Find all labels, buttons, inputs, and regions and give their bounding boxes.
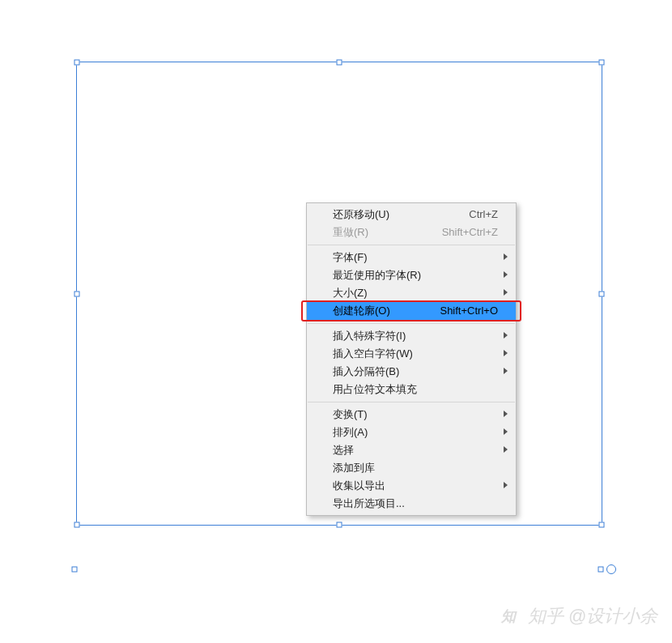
- watermark-author-text: @设计小余: [568, 604, 657, 628]
- menu-item-label: 导出所选项目...: [333, 497, 405, 509]
- menu-item-undo[interactable]: 还原移动(U)Ctrl+Z: [307, 206, 516, 224]
- menu-item-label: 创建轮廓(O): [333, 304, 390, 317]
- submenu-arrow-icon: [504, 482, 508, 488]
- submenu-arrow-icon: [504, 289, 508, 296]
- menu-item-label: 插入空白字符(W): [333, 347, 413, 360]
- submenu-arrow-icon: [504, 428, 508, 435]
- menu-item-label: 重做(R): [333, 226, 368, 238]
- selection-handle-top-right[interactable]: [599, 60, 605, 66]
- menu-item-label: 选择: [333, 444, 354, 456]
- menu-separator: [308, 323, 515, 324]
- stage: 还原移动(U)Ctrl+Z重做(R)Shift+Ctrl+Z字体(F)最近使用的…: [0, 0, 672, 643]
- menu-item-export-sel[interactable]: 导出所选项目...: [307, 495, 516, 513]
- menu-item-label: 最近使用的字体(R): [333, 269, 421, 281]
- submenu-arrow-icon: [504, 253, 508, 260]
- menu-item-label: 用占位符文本填充: [333, 383, 417, 395]
- menu-item-ins-break[interactable]: 插入分隔符(B): [307, 363, 516, 381]
- menu-item-transform[interactable]: 变换(T): [307, 406, 516, 424]
- menu-item-arrange[interactable]: 排列(A): [307, 424, 516, 441]
- menu-separator: [308, 245, 515, 245]
- text-frame-handle-right[interactable]: [598, 567, 604, 573]
- menu-item-placeholder[interactable]: 用占位符文本填充: [307, 381, 516, 398]
- menu-item-shortcut: Ctrl+Z: [469, 206, 498, 224]
- menu-item-label: 插入特殊字符(I): [333, 330, 406, 342]
- text-frame-handle-left[interactable]: [72, 567, 78, 573]
- menu-item-size[interactable]: 大小(Z): [307, 284, 516, 302]
- submenu-arrow-icon: [504, 332, 508, 339]
- menu-item-label: 大小(Z): [333, 287, 368, 299]
- submenu-arrow-icon: [504, 368, 508, 374]
- submenu-arrow-icon: [504, 446, 508, 453]
- selection-handle-bottom-middle[interactable]: [337, 522, 342, 528]
- menu-item-shortcut: Shift+Ctrl+O: [440, 302, 498, 320]
- menu-item-collect[interactable]: 收集以导出: [307, 477, 516, 495]
- svg-text:知: 知: [500, 608, 517, 624]
- submenu-arrow-icon: [504, 271, 508, 278]
- menu-item-redo: 重做(R)Shift+Ctrl+Z: [307, 224, 516, 241]
- text-frame-outport-icon[interactable]: [606, 564, 616, 574]
- menu-item-font[interactable]: 字体(F): [307, 249, 516, 266]
- selection-handle-middle-left[interactable]: [74, 291, 80, 296]
- menu-item-label: 收集以导出: [333, 479, 385, 492]
- selection-handle-bottom-right[interactable]: [599, 522, 605, 528]
- context-menu: 还原移动(U)Ctrl+Z重做(R)Shift+Ctrl+Z字体(F)最近使用的…: [306, 202, 517, 516]
- menu-item-add-lib[interactable]: 添加到库: [307, 459, 516, 477]
- menu-item-outlines[interactable]: 创建轮廓(O)Shift+Ctrl+O: [307, 302, 516, 320]
- selection-handle-bottom-left[interactable]: [74, 522, 80, 528]
- menu-item-label: 插入分隔符(B): [333, 365, 399, 377]
- menu-item-ins-special[interactable]: 插入特殊字符(I): [307, 327, 516, 345]
- menu-item-select[interactable]: 选择: [307, 441, 516, 459]
- menu-item-label: 还原移动(U): [333, 208, 389, 220]
- menu-item-label: 字体(F): [333, 251, 368, 263]
- submenu-arrow-icon: [504, 350, 508, 356]
- selection-handle-top-left[interactable]: [74, 60, 80, 66]
- zhihu-logo-icon: 知: [499, 604, 523, 628]
- menu-item-shortcut: Shift+Ctrl+Z: [442, 224, 498, 241]
- menu-item-ins-white[interactable]: 插入空白字符(W): [307, 345, 516, 363]
- menu-item-recent-font[interactable]: 最近使用的字体(R): [307, 266, 516, 284]
- menu-item-label: 变换(T): [333, 408, 368, 420]
- menu-separator: [308, 402, 515, 402]
- menu-item-label: 排列(A): [333, 426, 368, 438]
- selection-handle-top-middle[interactable]: [337, 60, 342, 66]
- submenu-arrow-icon: [504, 411, 508, 417]
- watermark-brand-text: 知乎: [528, 604, 564, 628]
- zhihu-watermark: 知 知乎 @设计小余: [499, 604, 657, 628]
- selection-handle-middle-right[interactable]: [599, 291, 605, 296]
- menu-item-label: 添加到库: [333, 462, 375, 474]
